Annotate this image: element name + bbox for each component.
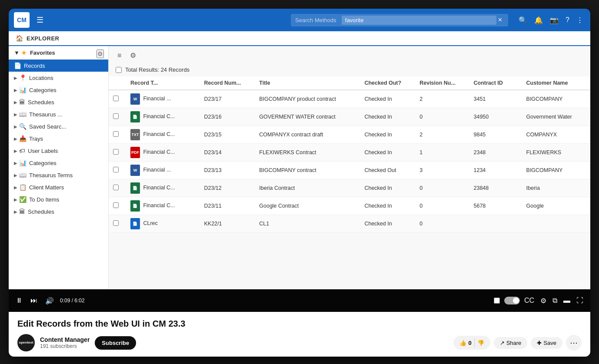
play-pause-button[interactable]: ⏸ [14,296,24,305]
row-title: CL1 [255,215,360,233]
more-options-button[interactable]: ⋮ [575,14,585,26]
sidebar-todo-label: To Do Items [29,196,59,203]
save-label: Save [543,340,556,346]
sidebar-item-records[interactable]: 📄 Records [9,60,108,72]
sidebar-client-matters-label: Client Matters [29,184,64,191]
sidebar-item-saved-searches[interactable]: ▶ 🔍 Saved Searc... [9,120,108,132]
sidebar-item-schedules2[interactable]: ▶ 🏛 Schedules [9,205,108,218]
row-select-cell [109,215,126,233]
sidebar-item-locations[interactable]: ▶ 📍 Locations [9,72,108,84]
row-checkbox-6[interactable] [113,202,119,208]
col-select [109,76,126,90]
notifications-button[interactable]: 🔔 [532,14,545,26]
row-contract-id: 5678 [469,197,522,215]
video-checkbox[interactable] [494,298,500,304]
search-input[interactable] [342,16,496,25]
clear-search-button[interactable]: × [496,16,504,24]
row-select-cell [109,90,126,108]
sidebar-item-trays[interactable]: ▶ 📥 Trays [9,132,108,145]
header-icons: 🔍 🔔 📷 ? ⋮ [517,14,585,26]
row-record-num: D23/13 [200,162,255,179]
share-label: Share [506,340,522,346]
search-methods-label: Search Methods [295,17,336,23]
video-settings-button[interactable]: ⚙ [539,296,548,306]
row-checkbox-5[interactable] [113,185,119,190]
miniplayer-button[interactable]: ⧉ [551,296,559,305]
help-button[interactable]: ? [564,14,571,26]
col-record-num-header[interactable]: Record Num... [200,76,255,90]
row-type-cell: 📄 Financial C... [126,197,200,215]
row-select-cell [109,108,126,126]
row-checkbox-1[interactable] [113,113,119,119]
video-controls: ⏸ ⏭ 🔊 0:09 / 6:02 CC ⚙ ⧉ ▬ ⛶ [9,289,590,312]
row-record-num: D23/11 [200,197,255,215]
categories2-expand-arrow: ▶ [14,161,17,165]
row-revision: 3 [415,162,469,179]
locations-expand-arrow: ▶ [14,76,17,80]
col-customer-header[interactable]: Customer Name [522,76,590,90]
todo-expand-arrow: ▶ [14,197,17,202]
row-checkbox-2[interactable] [113,131,119,137]
sidebar-item-todo[interactable]: ▶ ✅ To Do Items [9,193,108,205]
next-button[interactable]: ⏭ [29,296,39,305]
row-checkbox-3[interactable] [113,149,119,155]
row-record-num: D23/17 [200,90,255,108]
row-customer: Iberia [522,179,590,197]
row-checkbox-4[interactable] [113,167,119,172]
screenshot-button[interactable]: 📷 [548,14,560,26]
favorites-star-icon: ★ [21,50,27,56]
body-area: ⚙ ▼ ★ Favorites 📄 Records ▶ 📍 Locations [9,46,590,289]
row-customer: COMPANYX [522,126,590,144]
row-checked-out: Checked Out [360,162,415,179]
hamburger-button[interactable]: ☰ [33,13,47,26]
col-record-type-header[interactable]: Record T... [126,76,200,90]
trays-icon: 📥 [19,135,27,142]
records-table: Record T... Record Num... Title Checked … [109,76,590,289]
sidebar-item-thesaurus-terms[interactable]: ▶ 📖 Thesaurus Terms [9,169,108,181]
theater-mode-button[interactable]: ▬ [562,296,572,305]
sidebar-item-categories2[interactable]: ▶ 📊 Categories [9,157,108,169]
more-actions-button[interactable]: ⋯ [566,335,582,351]
like-count: 0 [468,340,471,346]
favorites-header[interactable]: ▼ ★ Favorites [9,46,108,60]
captions-button[interactable]: CC [522,296,536,305]
save-plus-icon: ✚ [537,340,542,346]
table-row: W Financial ... D23/13 BIGCOMPANY contra… [109,162,590,179]
sidebar-item-schedules[interactable]: ▶ 🏛 Schedules [9,96,108,108]
table-row: 📄 Financial C... D23/16 GOVERMENT WATER … [109,108,590,126]
share-button[interactable]: ↗ Share [494,337,528,349]
column-settings-button[interactable]: ⚙ [128,50,138,61]
row-checked-out: Checked In [360,179,415,197]
save-button[interactable]: ✚ Save [531,337,562,349]
sidebar-gear-button[interactable]: ⚙ [97,50,104,58]
filter-button[interactable]: ≡ [116,50,123,61]
autoplay-toggle[interactable] [504,297,520,304]
volume-button[interactable]: 🔊 [43,296,56,306]
sidebar-item-client-matters[interactable]: ▶ 📋 Client Matters [9,181,108,193]
table-row: 📄 CLrec KK22/1 CL1 Checked In 0 [109,215,590,233]
explorer-title: EXPLORER [27,35,60,42]
sidebar-item-thesaurus[interactable]: ▶ 📖 Thesaurus ... [9,108,108,120]
thesaurus-icon: 📖 [19,111,27,118]
subscribe-button[interactable]: Subscribe [95,336,136,350]
row-checkbox-7[interactable] [113,220,119,226]
total-results-label: Total Results: 24 Records [125,66,190,73]
fullscreen-button[interactable]: ⛶ [575,296,585,305]
row-title: GOVERMENT WATER contract [255,108,360,126]
sidebar-item-categories[interactable]: ▶ 📊 Categories [9,84,108,96]
dislike-icon: 👎 [477,340,484,346]
col-revision-header[interactable]: Revision Nu... [415,76,469,90]
row-checkbox-0[interactable] [113,96,119,101]
sidebar-item-user-labels[interactable]: ▶ 🏷 User Labels [9,145,108,157]
col-title-header[interactable]: Title [255,76,360,90]
action-buttons: 👍 0 👎 ↗ Share ✚ Save ⋯ [453,335,582,351]
data-table: Record T... Record Num... Title Checked … [109,76,590,233]
search-icon-button[interactable]: 🔍 [517,14,529,26]
col-contract-header[interactable]: Contract ID [469,76,522,90]
sidebar-categories-label: Categories [29,87,57,93]
select-all-checkbox[interactable] [116,67,122,73]
toolbar: ≡ ⚙ [109,46,590,65]
col-checked-header[interactable]: Checked Out? [360,76,415,90]
locations-icon: 📍 [19,74,27,81]
like-button[interactable]: 👍 0 👎 [453,336,490,350]
